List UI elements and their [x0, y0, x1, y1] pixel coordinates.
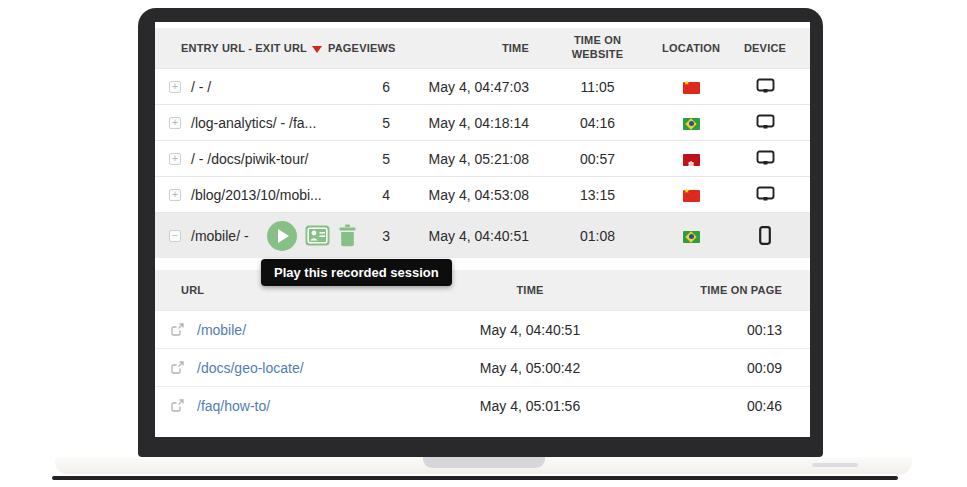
table-row[interactable]: + / - / 6 May 4, 04:47:03 11:05 ★: [155, 68, 810, 104]
external-link-icon[interactable]: [171, 323, 184, 336]
brazil-flag-icon: [683, 231, 700, 243]
laptop-screen: ENTRY URL - EXIT URL PAGEVIEWS TIME TIME…: [155, 22, 810, 437]
time-on-website-value: 01:08: [533, 228, 662, 244]
pageviews-value: 5: [312, 115, 394, 131]
header-device[interactable]: DEVICE: [720, 42, 810, 54]
page: ENTRY URL - EXIT URL PAGEVIEWS TIME TIME…: [0, 0, 967, 487]
time-on-page-value: 00:13: [655, 322, 786, 338]
table-row-expanded[interactable]: − /mobile/ -: [155, 212, 810, 258]
laptop-base-detail: [812, 463, 858, 467]
header-pageviews[interactable]: PAGEVIEWS: [312, 42, 394, 54]
time-on-website-value: 04:16: [533, 115, 662, 131]
pageviews-value: 5: [312, 151, 394, 167]
table-row[interactable]: + / - /docs/piwik-tour/ 5 May 4, 05:21:0…: [155, 140, 810, 176]
desktop-icon: [756, 186, 775, 203]
pageviews-value: 3: [312, 228, 394, 244]
collapse-row-icon[interactable]: −: [169, 230, 181, 242]
time-value: May 4, 05:00:42: [405, 360, 655, 376]
time-on-page-value: 00:09: [655, 360, 786, 376]
expand-row-icon[interactable]: +: [169, 81, 181, 93]
laptop-base: [55, 457, 912, 474]
entry-exit-url: /log-analytics/ - /fa...: [191, 115, 316, 131]
header-time-on-page: TIME ON PAGE: [655, 284, 786, 296]
pageviews-value: 4: [312, 187, 394, 203]
desktop-icon: [756, 78, 775, 95]
play-recorded-session-icon[interactable]: [267, 221, 297, 251]
time-value: May 4, 04:40:51: [394, 228, 533, 244]
mobile-icon: [759, 226, 771, 245]
laptop-bezel: ENTRY URL - EXIT URL PAGEVIEWS TIME TIME…: [138, 8, 823, 457]
time-value: May 4, 05:01:56: [405, 398, 655, 414]
expand-row-icon[interactable]: +: [169, 153, 181, 165]
external-link-icon[interactable]: [171, 361, 184, 374]
tooltip: Play this recorded session: [261, 259, 452, 286]
hong-kong-flag-icon: ✽: [683, 154, 700, 166]
sub-table-row: /docs/geo-locate/ May 4, 05:00:42 00:09: [155, 348, 810, 386]
page-url-link[interactable]: /mobile/: [197, 322, 246, 338]
main-table-header: ENTRY URL - EXIT URL PAGEVIEWS TIME TIME…: [155, 28, 810, 68]
header-location[interactable]: LOCATION: [662, 42, 720, 54]
header-time[interactable]: TIME: [394, 42, 533, 54]
entry-exit-url: /mobile/ -: [191, 228, 249, 244]
time-value: May 4, 04:40:51: [405, 322, 655, 338]
page-url-link[interactable]: /docs/geo-locate/: [197, 360, 304, 376]
entry-exit-url: / - /: [191, 79, 211, 95]
china-flag-icon: ★: [683, 190, 700, 202]
time-on-website-value: 00:57: [533, 151, 662, 167]
sub-table-row: /faq/how-to/ May 4, 05:01:56 00:46: [155, 386, 810, 424]
entry-exit-url: / - /docs/piwik-tour/: [191, 151, 308, 167]
entry-exit-url: /blog/2013/10/mobi...: [191, 187, 322, 203]
sort-descending-icon: [312, 46, 322, 53]
desktop-icon: [756, 114, 775, 131]
time-on-website-value: 13:15: [533, 187, 662, 203]
time-value: May 4, 04:53:08: [394, 187, 533, 203]
desktop-icon: [756, 150, 775, 167]
sub-table-row: /mobile/ May 4, 04:40:51 00:13: [155, 310, 810, 348]
laptop-base-edge: [52, 476, 898, 480]
header-time-on-website[interactable]: TIME ON WEBSITE: [533, 34, 662, 62]
time-value: May 4, 04:47:03: [394, 79, 533, 95]
page-url-link[interactable]: /faq/how-to/: [197, 398, 270, 414]
laptop-base-notch: [423, 457, 545, 468]
pageviews-value: 6: [312, 79, 394, 95]
external-link-icon[interactable]: [171, 399, 184, 412]
expand-row-icon[interactable]: +: [169, 117, 181, 129]
table-row[interactable]: + /log-analytics/ - /fa... 5 May 4, 04:1…: [155, 104, 810, 140]
sub-table-header: URL TIME TIME ON PAGE: [155, 270, 810, 310]
time-value: May 4, 04:18:14: [394, 115, 533, 131]
brazil-flag-icon: [683, 118, 700, 130]
header-entry-exit-url[interactable]: ENTRY URL - EXIT URL: [155, 42, 312, 54]
china-flag-icon: ★: [683, 82, 700, 94]
time-on-page-value: 00:46: [655, 398, 786, 414]
time-value: May 4, 05:21:08: [394, 151, 533, 167]
expand-row-icon[interactable]: +: [169, 189, 181, 201]
time-on-website-value: 11:05: [533, 79, 662, 95]
table-row[interactable]: + /blog/2013/10/mobi... 4 May 4, 04:53:0…: [155, 176, 810, 212]
